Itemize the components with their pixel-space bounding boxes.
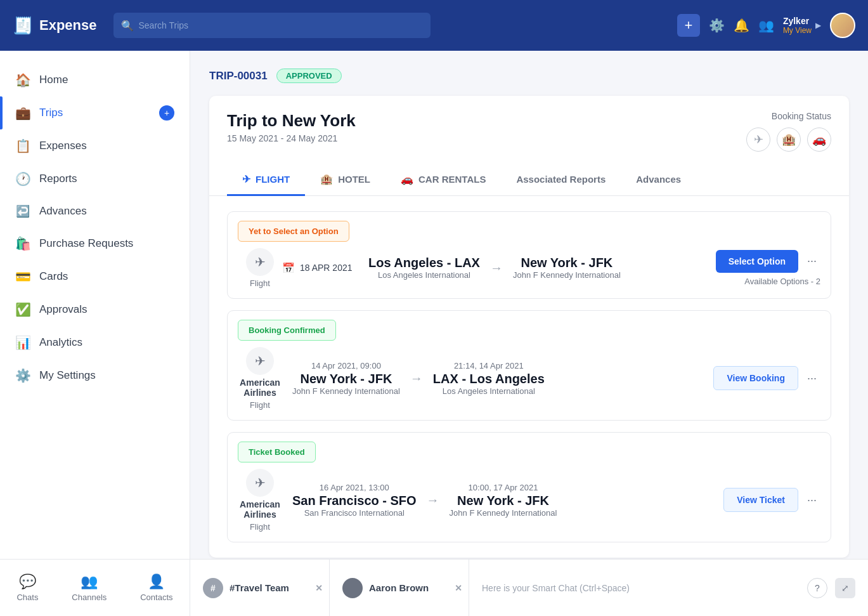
sidebar-item-reports[interactable]: 🕐 Reports [0,162,190,195]
avatar[interactable] [830,13,855,38]
flight-1-from: Los Angeles - LAX Los Angeles Internatio… [368,256,480,280]
bottom-bar: 💬 Chats 👥 Channels 👤 Contacts # #Travel … [0,559,868,616]
sidebar-item-label-expenses: Expenses [39,140,87,152]
sidebar-item-settings[interactable]: ⚙️ My Settings [0,359,190,392]
chat-tab-aaron[interactable]: Aaron Brown ✕ [330,560,469,616]
sidebar-item-home[interactable]: 🏠 Home [0,63,190,96]
trip-status-badge: APPROVED [276,69,342,83]
logo-icon: 🧾 [13,16,33,36]
select-option-button[interactable]: Select Option [716,250,798,273]
user-info: Zylker My View ▶ [783,16,821,35]
flight-2-actions: View Booking ··· [713,366,820,390]
flight-3-route: 16 Apr 2021, 13:00 San Francisco - SFO S… [282,483,719,518]
sidebar-item-analytics[interactable]: 📊 Analytics [0,326,190,359]
flight-3-status: Ticket Booked [238,442,316,462]
flight-3-from: 16 Apr 2021, 13:00 San Francisco - SFO S… [292,483,417,518]
trip-info: Trip to New York 15 May 2021 - 24 May 20… [227,111,356,143]
chats-nav-label: Chats [16,593,38,602]
flight-2-to: 21:14, 14 Apr 2021 LAX - Los Angeles Los… [433,361,545,396]
tab-flight[interactable]: ✈ FLIGHT [227,164,305,196]
flight-3-from-airport: San Francisco International [292,508,417,518]
flight-3-icon-col: ✈ AmericanAirlines Flight [238,469,282,532]
flight-2-body: ✈ AmericanAirlines Flight 14 Apr 2021, 0… [228,341,831,420]
tab-advances[interactable]: Advances [621,164,696,196]
tab-hotel[interactable]: 🏨 HOTEL [305,164,385,196]
flight-card-1: Yet to Select an Option ✈ Flight 📅 18 AP… [227,211,831,299]
hotel-status-icon[interactable]: 🏨 [777,128,801,152]
analytics-icon: 📊 [15,335,30,350]
user-name: Zylker [783,16,812,26]
sidebar-item-advances[interactable]: ↩️ Advances [0,195,190,227]
view-booking-button[interactable]: View Booking [713,366,798,390]
flight-3-to: 10:00, 17 Apr 2021 New York - JFK John F… [450,483,557,518]
arrow-icon-2: → [410,371,423,386]
sidebar-item-expenses[interactable]: 📋 Expenses [0,129,190,162]
flight-3-label: Flight [250,522,270,532]
sidebar-item-trips[interactable]: 💼 Trips + [0,96,190,129]
sidebar-item-approvals[interactable]: ✅ Approvals [0,293,190,326]
sidebar-item-purchase-requests[interactable]: 🛍️ Purchase Requests [0,227,190,260]
notifications-icon[interactable]: 🔔 [734,18,749,33]
purchase-icon: 🛍️ [15,236,30,251]
view-ticket-button[interactable]: View Ticket [723,488,798,512]
smart-chat-input[interactable] [482,583,800,593]
flight-status-icon[interactable]: ✈ [746,128,770,152]
user-management-icon[interactable]: 👥 [758,18,774,33]
car-status-icon[interactable]: 🚗 [807,128,831,152]
aaron-avatar [342,578,363,598]
sidebar-item-cards[interactable]: 💳 Cards [0,260,190,293]
flight-2-icon-col: ✈ AmericanAirlines Flight [238,347,282,410]
flight-1-more-button[interactable]: ··· [803,251,820,272]
topnav: 🧾 Expense 🔍 + ⚙️ 🔔 👥 Zylker My View ▶ [0,0,868,51]
flight-2-route: 14 Apr 2021, 09:00 New York - JFK John F… [282,361,713,396]
travel-team-close-button[interactable]: ✕ [315,583,323,593]
user-view: My View [783,26,812,35]
sidebar-item-label-cards: Cards [39,270,68,283]
flight-2-depart-time: 14 Apr 2021, 09:00 [292,361,400,370]
sidebar-item-label-purchase: Purchase Requests [39,237,133,250]
flight-1-body: ✈ Flight 📅 18 APR 2021 Los Angeles - LAX… [228,242,831,298]
sidebar-item-label-advances: Advances [39,205,87,218]
flight-3-to-city: New York - JFK [450,494,557,508]
tab-car-rentals[interactable]: 🚗 CAR RENTALS [385,164,501,196]
booking-status-icons: ✈ 🏨 🚗 [746,128,831,152]
tab-associated-reports[interactable]: Associated Reports [501,164,621,196]
trip-card: Trip to New York 15 May 2021 - 24 May 20… [209,96,849,558]
flight-2-label: Flight [250,400,270,410]
flight-2-from: 14 Apr 2021, 09:00 New York - JFK John F… [292,361,400,396]
flight-1-icon-col: ✈ Flight [238,248,282,288]
trip-card-header: Trip to New York 15 May 2021 - 24 May 20… [209,96,849,152]
search-input[interactable] [139,20,423,30]
flight-3-from-city: San Francisco - SFO [292,494,417,508]
user-chevron-icon[interactable]: ▶ [815,21,821,30]
logo-text: Expense [39,17,97,34]
flight-2-to-city: LAX - Los Angeles [433,372,545,386]
bottom-nav-contacts[interactable]: 👤 Contacts [140,573,172,602]
sidebar-item-label-approvals: Approvals [39,303,87,316]
chat-expand-button[interactable]: ⤢ [835,578,855,598]
flight-1-date: 📅 18 APR 2021 [282,262,358,274]
search-bar[interactable]: 🔍 [113,13,431,38]
flight-2-airline: AmericanAirlines [240,377,280,398]
flight-3-arrive-time: 10:00, 17 Apr 2021 [450,483,557,492]
flight-2-more-button[interactable]: ··· [803,368,820,389]
chat-tab-travel-team[interactable]: # #Travel Team ✕ [190,560,330,616]
flight-1-from-airport: Los Angeles International [368,270,480,280]
bottom-nav-chats[interactable]: 💬 Chats [16,573,38,602]
tab-car-label: CAR RENTALS [418,174,486,185]
settings-icon[interactable]: ⚙️ [709,18,725,33]
travel-team-label: #Travel Team [230,582,289,593]
flight-cards-list: Yet to Select an Option ✈ Flight 📅 18 AP… [209,196,849,558]
aaron-close-button[interactable]: ✕ [455,583,462,593]
trip-id: TRIP-00031 [209,70,268,82]
add-button[interactable]: + [677,14,700,37]
flight-3-more-button[interactable]: ··· [803,490,820,511]
tab-flight-label: FLIGHT [256,174,290,185]
chat-tabs: # #Travel Team ✕ Aaron Brown ✕ ? ⤢ [190,560,868,616]
flight-3-plane-icon: ✈ [246,469,274,497]
flight-2-arrive-time: 21:14, 14 Apr 2021 [433,361,545,370]
bottom-nav-channels[interactable]: 👥 Channels [72,573,107,602]
flight-1-plane-icon: ✈ [246,248,274,276]
home-icon: 🏠 [15,72,30,88]
chat-help-button[interactable]: ? [807,578,827,598]
